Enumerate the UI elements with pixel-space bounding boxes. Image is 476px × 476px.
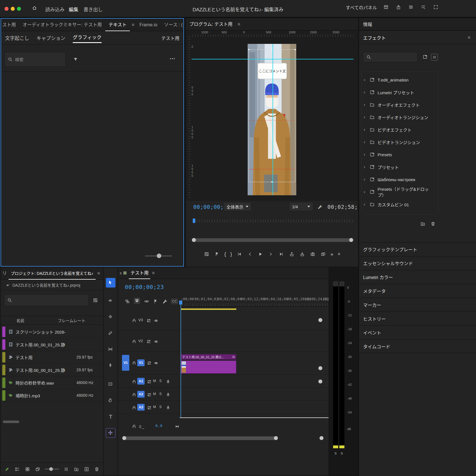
mic-icon[interactable] <box>164 404 171 410</box>
solo-button[interactable]: S <box>159 392 162 396</box>
mute-button[interactable]: M <box>153 379 156 383</box>
label-chip[interactable] <box>2 327 5 337</box>
trash-icon[interactable] <box>430 221 436 227</box>
sync-lock-icon[interactable] <box>146 359 152 366</box>
accelerated-effects-icon[interactable] <box>422 54 428 60</box>
fullscreen-icon[interactable] <box>433 4 439 10</box>
item-name[interactable]: 鳩時計1.mp3 <box>16 393 76 398</box>
settings-wrench-icon[interactable] <box>317 204 323 210</box>
track-target-a1[interactable]: A1 <box>137 378 145 385</box>
info-panel-tab[interactable]: 情報 <box>359 18 476 31</box>
tab-source[interactable]: ソース : (クリップな <box>161 19 184 31</box>
tool-selection[interactable] <box>106 278 115 288</box>
close-window-button[interactable] <box>5 7 8 11</box>
trash-icon[interactable] <box>94 466 100 472</box>
play-button[interactable] <box>257 251 263 257</box>
program-menu-icon[interactable]: ≡ <box>236 22 242 27</box>
scrollbar-handle-right[interactable] <box>349 238 353 242</box>
lift-button[interactable] <box>289 251 295 257</box>
project-item-row[interactable]: テスト用.00_00_01_25.静 <box>1 338 103 351</box>
graphics-more-icon[interactable]: ••• <box>170 57 175 61</box>
tool-razor[interactable] <box>106 329 115 338</box>
lock-icon[interactable] <box>130 378 137 384</box>
subtab-graphics[interactable]: グラフィック <box>73 33 102 42</box>
solo-button[interactable]: S <box>159 405 162 409</box>
panel-tab-metadata[interactable]: メタデータ <box>359 284 476 298</box>
timeline-hscrollbar[interactable] <box>123 436 278 440</box>
label-chip[interactable] <box>2 390 5 401</box>
mode-tab-import[interactable]: 読み込み <box>45 6 65 13</box>
mic-icon[interactable] <box>164 391 171 397</box>
solo-button[interactable]: S <box>159 379 162 383</box>
home-icon[interactable] <box>32 5 38 11</box>
text-panel-menu-icon[interactable]: ≡ <box>130 22 136 27</box>
vscroll-handle[interactable] <box>318 379 322 383</box>
vscroll-handle[interactable] <box>318 318 322 322</box>
guide-vertical[interactable] <box>273 44 273 195</box>
tab-project[interactable]: プロジェクト: DAZZLEという名前を覚えてね♪ <box>8 267 96 280</box>
list-view-icon[interactable] <box>14 466 20 472</box>
timeline-menu-icon[interactable]: ≡ <box>150 271 156 276</box>
master-volume-value[interactable]: 0.0 <box>155 424 162 428</box>
writable-pencil-icon[interactable] <box>4 466 10 472</box>
effects-search-input[interactable] <box>374 55 415 60</box>
mute-button[interactable]: M <box>153 392 156 396</box>
chevron-right-icon[interactable]: › <box>362 189 367 194</box>
all-panels-label[interactable]: すべてのパネル <box>346 4 377 11</box>
track-output-icon[interactable] <box>153 338 159 344</box>
tool-transform[interactable] <box>106 428 115 438</box>
chevron-right-icon[interactable]: › <box>362 115 367 120</box>
icon-view-icon[interactable] <box>24 466 31 472</box>
graphics-search[interactable] <box>5 52 66 67</box>
project-search-input[interactable] <box>14 298 86 303</box>
tool-rectangle[interactable] <box>106 379 115 389</box>
tab-frameio[interactable]: Frame.io <box>136 19 161 31</box>
effects-menu-icon[interactable]: ≡ <box>466 35 472 40</box>
comparison-view-button[interactable] <box>320 251 326 257</box>
panel-tab-timecode[interactable]: タイムコード <box>359 339 476 353</box>
item-name[interactable]: テスト用 <box>16 354 76 360</box>
track-output-icon[interactable] <box>153 359 159 366</box>
captions-badge[interactable]: CC <box>171 299 178 304</box>
playhead-head[interactable] <box>179 301 182 305</box>
project-search[interactable] <box>4 294 89 306</box>
thumbnail-zoom-slider[interactable] <box>145 256 172 256</box>
tab-clipped-left[interactable]: スト用 <box>1 19 19 31</box>
mark-in-button[interactable]: { <box>224 251 226 257</box>
find-bin-icon[interactable] <box>92 297 98 303</box>
tool-track-select[interactable] <box>106 296 115 306</box>
timeline-ruler[interactable]: ;00;00 00;01;04;02 00;02;08;04 00;03;12;… <box>180 295 329 307</box>
mode-tab-export[interactable]: 書き出し <box>83 6 103 13</box>
lock-icon[interactable] <box>130 317 137 323</box>
panel-tab-markers[interactable]: マーカー <box>359 298 476 312</box>
solo-right-button[interactable]: S <box>341 452 343 455</box>
track-label[interactable]: V2 <box>138 339 143 343</box>
zoom-window-button[interactable] <box>17 7 21 11</box>
scrollbar-corner-handle[interactable] <box>320 436 323 440</box>
tool-slip[interactable] <box>106 345 115 354</box>
subtab-transcript[interactable]: 文字起こし <box>5 34 29 41</box>
graphics-search-input[interactable] <box>15 57 63 62</box>
item-name[interactable]: テスト用.00_00_01_25.静 <box>16 367 76 373</box>
new-bin-icon[interactable] <box>420 221 426 227</box>
nest-toggle-icon[interactable] <box>124 298 130 305</box>
step-back-button[interactable] <box>247 251 253 257</box>
lock-icon[interactable] <box>130 423 137 429</box>
clip-body[interactable] <box>181 361 236 374</box>
add-marker-icon[interactable] <box>153 298 159 305</box>
track-label[interactable]: V3 <box>138 318 143 322</box>
solo-left-button[interactable]: S <box>335 452 336 455</box>
project-item-row[interactable]: 時計の秒針早め.wav 48000 Hz <box>1 376 103 389</box>
sync-lock-icon[interactable] <box>146 391 152 397</box>
clip-title-bar[interactable]: テスト用.00_00_01_25.静止... fx <box>181 354 236 360</box>
video-frame[interactable]: ここにコメント文 <box>248 44 296 195</box>
tab-audio-track-mixer[interactable]: オーディオトラックミキサー: テスト用 <box>19 19 105 31</box>
effects-bin[interactable]: ›Presets（ドラッグ&ドロップ） <box>362 186 435 198</box>
project-item-row[interactable]: 鳩時計1.mp3 48000 Hz <box>1 389 103 402</box>
workspaces-list-icon[interactable] <box>408 4 414 10</box>
timeline-settings-icon[interactable] <box>162 298 168 305</box>
lock-icon[interactable] <box>130 391 137 397</box>
effects-bin[interactable]: ›プリセット <box>362 161 435 173</box>
effects-bin[interactable]: ›オーディオエフェクト <box>362 98 435 111</box>
sync-lock-icon[interactable] <box>146 404 152 410</box>
